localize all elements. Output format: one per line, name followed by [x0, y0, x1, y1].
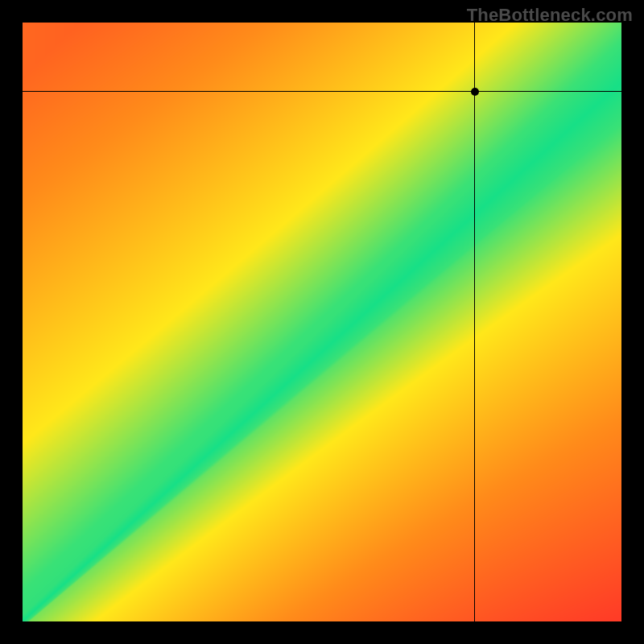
crosshair-vertical: [474, 23, 475, 621]
watermark-text: TheBottleneck.com: [467, 5, 633, 26]
selection-dot: [471, 88, 479, 96]
chart-frame: TheBottleneck.com: [0, 0, 644, 644]
crosshair-horizontal: [23, 91, 621, 92]
bottleneck-heatmap: [23, 23, 621, 621]
